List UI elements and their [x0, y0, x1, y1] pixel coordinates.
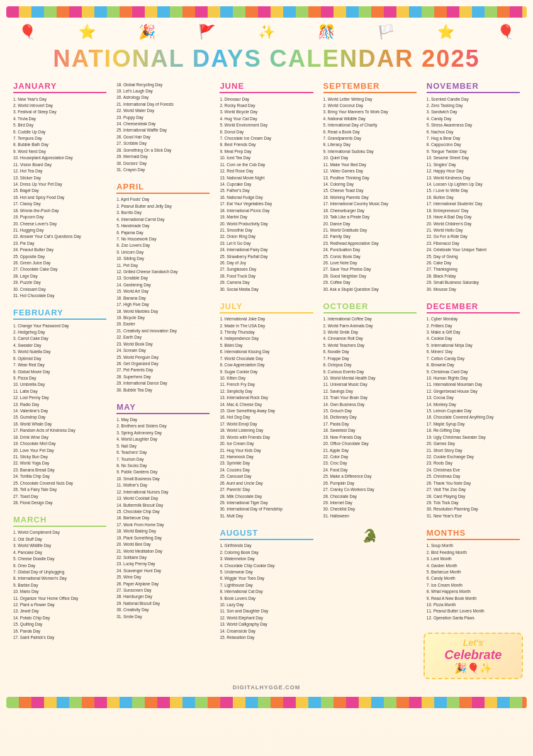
list-item: 26. Tell a Fairy Tale Day [13, 487, 106, 493]
list-item: 23. Croc Day [323, 460, 417, 466]
list-item: 14. Monkey Day [427, 401, 520, 407]
list-item: 16. Dictionary Day [323, 414, 417, 420]
list-item: 30. Ask a Stupid Question Day [323, 286, 417, 292]
list-item: 21. Short Story Day [427, 447, 520, 453]
list-item: 16. Hot and Spicy Food Day [13, 194, 106, 200]
list-item: 21. International Day of Forests [116, 101, 210, 107]
deco-confetti2: 🎊 [318, 24, 335, 40]
list-item: 12. Video Games Day [323, 168, 417, 174]
list-item: 5. World Environment Day [220, 122, 313, 128]
list-item: 22. World Yoga Day [13, 460, 106, 466]
list-item: 30. Resolution Planning Day [427, 506, 520, 512]
list-item: 9. Public Gardens Day [116, 469, 210, 475]
list-item: 25. Make a Difference Day [323, 473, 417, 480]
list-item: 12. Gingerbread House Day [427, 388, 520, 394]
list-item: 18. Drink Wine Day [13, 434, 106, 440]
celebrate-text: Celebrate [429, 648, 518, 662]
list-item: 10. Sibling Day [116, 256, 210, 262]
list-item: 1. Girlfriends Day [220, 543, 313, 549]
list-item: 24. Scavenger Hunt Day [116, 567, 210, 573]
list-item: 6. Noodle Day [323, 349, 417, 355]
list-item: 1. April Fools' Day [116, 196, 210, 203]
day-list-june: 1. Dinosaur Day2. Rocky Road Day3. World… [220, 96, 313, 293]
list-item: 5. Barbecue Month [427, 568, 520, 575]
list-item: 29. Internet Day [323, 499, 417, 505]
list-item: 30. Checklist Day [323, 506, 417, 512]
list-item: 4. Garden Month [427, 562, 520, 568]
day-list-march: 1. World Compliment Day2. Old Stuff Day3… [13, 529, 106, 641]
month-block-january-extra: 18. Global Recycling Day19. Let's Laugh … [113, 79, 213, 176]
list-item: 2. Zero Tasking Day [427, 102, 520, 108]
list-item: 28. Black Friday [427, 273, 520, 279]
list-item: 16. World Whale Day [13, 420, 106, 427]
list-item: 3. Bring Your Manners To Work Day [323, 109, 417, 115]
month-block-january: JANUARY1. New Year's Day2. World Introve… [10, 79, 109, 302]
list-item: 6. Miners' Day [427, 349, 520, 355]
list-item: 17. Random Acts of Kindness Day [13, 427, 106, 434]
list-item: 25. Carousel Day [220, 473, 313, 480]
list-item: 7. Tempura Day [13, 135, 106, 142]
deco-confetti1: 🎉 [138, 24, 155, 40]
list-item: 18. Winnie-the-Pooh Day [13, 207, 106, 213]
day-list-november: 1. Scented Candle Day2. Zero Tasking Day… [427, 96, 520, 293]
list-item: 1. International Joke Day [220, 316, 313, 322]
month-title-months: MONTHS [427, 528, 520, 540]
list-item: 2. Coloring Book Day [220, 549, 313, 555]
list-item: 2. Rocky Road Day [220, 102, 313, 108]
list-item: 18. World Baking Day [116, 528, 210, 534]
list-item: 3. Spring Astronomy Day [116, 429, 210, 436]
calendar-column-5: NOVEMBER1. Scented Candle Day2. Zero Tas… [424, 79, 523, 679]
month-title-january: JANUARY [13, 81, 106, 93]
list-item: 12. Happy Hour Day [427, 168, 520, 174]
list-item: 10. Human Rights Day [427, 375, 520, 381]
list-item: 21. Creativity and Innovation Day [116, 327, 210, 334]
list-item: 27. Thanksgiving [427, 266, 520, 273]
list-item: 12. Simplicity Day [220, 388, 313, 394]
footer-text: DIGITALHYGGE.COM [233, 684, 300, 691]
list-item: 4. International Carrot Day [116, 216, 210, 222]
list-item: 22. Onion Ring Day [220, 234, 313, 240]
list-item: 10. Mario Day [13, 589, 106, 595]
list-item: 5. Nail Day [116, 443, 210, 449]
list-item: 19. New Friends Day [323, 434, 417, 440]
list-item: 30. Croissant Day [13, 286, 106, 292]
list-item: 23. Redhead Appreciation Day [323, 240, 417, 246]
month-title-june: JUNE [220, 81, 313, 93]
list-item: 25. Comic Book Day [323, 253, 417, 259]
list-item: 30. Bubble Tea Day [116, 386, 210, 393]
list-item: 8. International Cat Day [220, 589, 313, 595]
day-list-december: 1. Cyber Monday2. Fritters Day3. Make a … [427, 316, 520, 519]
list-item: 29. International Tiger Day [220, 499, 313, 505]
list-item: 2. Hedgehog Day [13, 329, 106, 336]
list-item: 12. Savings Day [323, 388, 417, 394]
list-item: 28. Hamburger Day [116, 594, 210, 600]
list-item: 19. Words with Friends Day [220, 434, 313, 440]
list-item: 4. Hug Your Cat Day [220, 115, 313, 121]
list-item: 19. Chocolate Mint Day [13, 441, 106, 447]
month-block-october: OCTOBER1. International Coffee Day2. Wor… [320, 299, 420, 522]
list-item: 1. International Coffee Day [323, 316, 417, 322]
list-item: 3. Burrito Day [116, 210, 210, 216]
list-item: 4. National Wildlife Day [323, 115, 417, 121]
list-item: 13. Positive Thinking Day [323, 174, 417, 181]
day-list-april: 1. April Fools' Day2. Peanut Butter and … [116, 196, 210, 393]
list-item: 16. Button Day [427, 194, 520, 200]
list-item: 23. Pie Day [13, 240, 106, 246]
day-list-august: 1. Girlfriends Day2. Coloring Book Day3.… [220, 543, 313, 641]
list-item: 3. Thirsty Thursday [220, 329, 313, 336]
list-item: 31. Halloween [323, 512, 417, 519]
list-item: 2. Old Stuff Day [13, 536, 106, 542]
month-title-may: MAY [116, 402, 210, 414]
calendar-grid: JANUARY1. New Year's Day2. World Introve… [6, 76, 527, 682]
list-item: 16. Chocolate Covered Anything Day [427, 414, 520, 420]
list-item: 8. Best Friends Day [220, 142, 313, 148]
list-item: 14. Dress Up Your Pet Day [13, 181, 106, 187]
list-item: 22. Answer Your Cat's Questions Day [13, 234, 106, 240]
list-item: 9. Read A New Book Month [427, 595, 520, 601]
list-item: 1. Cyber Monday [427, 316, 520, 322]
list-item: 1. Scented Candle Day [427, 96, 520, 102]
main-title-block: NATIONAL DAYS CALENDAR 2025 [6, 43, 527, 76]
list-item: 15. Bagel Day [13, 188, 106, 194]
list-item: 7. Chocolate Ice Cream Day [220, 135, 313, 142]
list-item: 22. Family Day [323, 234, 417, 240]
